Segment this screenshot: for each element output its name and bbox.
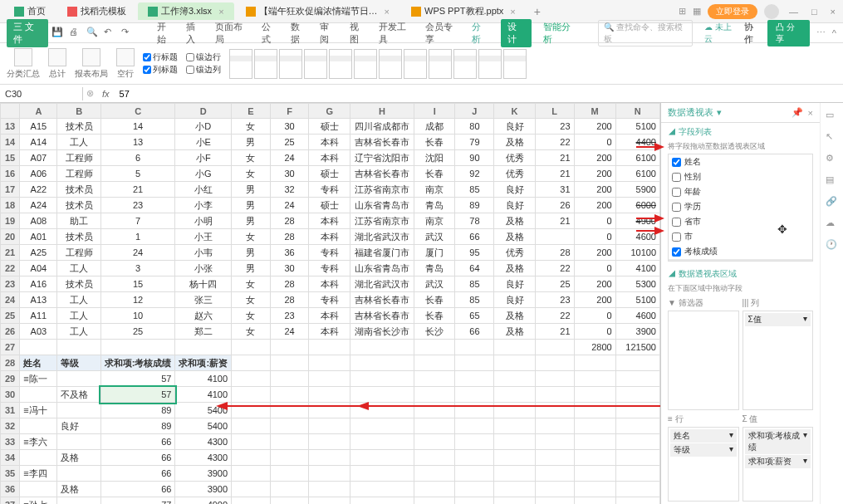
cell[interactable]: 湖南省长沙市 (350, 324, 414, 340)
cell[interactable]: 14 (100, 119, 175, 135)
cell[interactable]: 及格 (494, 135, 535, 150)
cell[interactable]: 200 (574, 166, 615, 182)
cell[interactable]: 78 (455, 213, 494, 229)
cell[interactable]: 杨十四 (175, 276, 232, 292)
cell[interactable] (615, 497, 659, 505)
cell[interactable]: 湖北省武汉市 (350, 229, 414, 245)
cell[interactable]: A03 (20, 324, 57, 340)
row-header[interactable]: 32 (1, 418, 20, 434)
tab-home[interactable]: 首页 (4, 2, 56, 20)
cell[interactable] (414, 482, 455, 497)
tab-review[interactable]: 审阅 (320, 21, 337, 46)
cell[interactable]: 辽宁省沈阳市 (350, 150, 414, 166)
cell[interactable] (20, 482, 57, 497)
cell[interactable]: 36 (270, 245, 309, 261)
cell[interactable]: 5400 (175, 418, 232, 434)
cell[interactable]: 吉林省长春市 (350, 292, 414, 308)
cell[interactable]: A15 (20, 119, 57, 135)
tab-layout[interactable]: 页面布局 (215, 21, 250, 46)
cell[interactable]: 66 (455, 324, 494, 340)
cell[interactable]: 90 (455, 150, 494, 166)
cell[interactable]: 小E (175, 135, 232, 150)
area-col[interactable]: Σ值▾ (743, 311, 814, 410)
cell[interactable] (57, 434, 100, 450)
save-icon[interactable]: 💾 (51, 27, 64, 40)
cell[interactable]: 89 (455, 198, 494, 213)
cell[interactable]: 30 (270, 119, 309, 135)
cell[interactable]: 南京 (414, 213, 455, 229)
cell[interactable] (232, 418, 271, 434)
cell[interactable]: 山东省青岛市 (350, 198, 414, 213)
cell[interactable]: ≡李四 (20, 466, 57, 482)
cell[interactable] (615, 355, 659, 371)
cell[interactable] (350, 355, 414, 371)
cell[interactable]: 200 (574, 245, 615, 261)
cell[interactable]: 12 (100, 292, 175, 308)
cell[interactable]: 及格 (57, 450, 100, 466)
cell[interactable]: 4400 (615, 135, 659, 150)
row-header[interactable]: 25 (1, 308, 20, 324)
area-item[interactable]: 姓名▾ (670, 429, 737, 443)
cell[interactable]: 山东省青岛市 (350, 261, 414, 276)
cell[interactable]: 沈阳 (414, 150, 455, 166)
cell[interactable] (455, 450, 494, 466)
cell[interactable]: 湖北省武汉市 (350, 276, 414, 292)
cell[interactable] (414, 355, 455, 371)
cell[interactable]: 64 (455, 261, 494, 276)
cell[interactable]: 江苏省南京市 (350, 213, 414, 229)
cell[interactable]: 小G (175, 166, 232, 182)
cell[interactable] (100, 340, 175, 355)
cell[interactable]: 南京 (414, 182, 455, 198)
field-item[interactable]: 市 (669, 229, 812, 244)
col-header[interactable]: J (455, 104, 494, 119)
cell[interactable]: 1 (100, 229, 175, 245)
search-input[interactable]: 🔍 查找命令、搜索模板 (598, 20, 693, 46)
cell[interactable]: 23 (535, 119, 574, 135)
cell[interactable]: 专科 (309, 292, 350, 308)
cell[interactable] (350, 434, 414, 450)
row-header[interactable]: 33 (1, 434, 20, 450)
cell[interactable] (232, 340, 271, 355)
cell[interactable] (494, 482, 535, 497)
row-header[interactable]: 28 (1, 355, 20, 371)
cell[interactable]: 优秀 (494, 245, 535, 261)
cell[interactable] (455, 497, 494, 505)
row-header[interactable]: 18 (1, 198, 20, 213)
cell[interactable] (535, 371, 574, 387)
cell[interactable] (414, 450, 455, 466)
field-checkbox[interactable] (672, 218, 681, 227)
cell[interactable]: A01 (20, 229, 57, 245)
cell[interactable]: 28 (270, 276, 309, 292)
row-header[interactable]: 29 (1, 371, 20, 387)
collapse-icon[interactable]: ^ (832, 28, 836, 38)
cell[interactable]: 4900 (615, 213, 659, 229)
cell[interactable]: A13 (20, 292, 57, 308)
cell[interactable]: 0 (574, 213, 615, 229)
tool-blank[interactable]: 空行 (116, 48, 135, 80)
cell[interactable]: 男 (232, 198, 271, 213)
cell[interactable]: 28 (535, 245, 574, 261)
cell[interactable]: 女 (232, 229, 271, 245)
cell[interactable]: 85 (455, 276, 494, 292)
cell[interactable]: 小F (175, 150, 232, 166)
cell[interactable] (309, 355, 350, 371)
cell[interactable]: 22 (535, 135, 574, 150)
cell[interactable]: 66 (100, 434, 175, 450)
cell[interactable]: 江苏省南京市 (350, 182, 414, 198)
cell[interactable]: 优秀 (494, 166, 535, 182)
cell[interactable] (57, 497, 100, 505)
cell[interactable] (414, 466, 455, 482)
field-checkbox[interactable] (672, 232, 681, 242)
fx-cancel-icon[interactable]: ⊗ (83, 88, 97, 99)
cell[interactable] (270, 418, 309, 434)
cell[interactable]: ≡冯十 (20, 403, 57, 418)
cell[interactable]: 57 (100, 371, 175, 387)
cell[interactable] (350, 497, 414, 505)
cell[interactable] (232, 450, 271, 466)
cell[interactable] (270, 497, 309, 505)
tab-data[interactable]: 数据 (291, 21, 308, 46)
tab-analysis[interactable]: 分析 (472, 21, 489, 46)
tab-formula[interactable]: 公式 (262, 21, 279, 46)
tab-member[interactable]: 会员专享 (425, 21, 460, 46)
coop-button[interactable]: 协作 (744, 21, 761, 46)
